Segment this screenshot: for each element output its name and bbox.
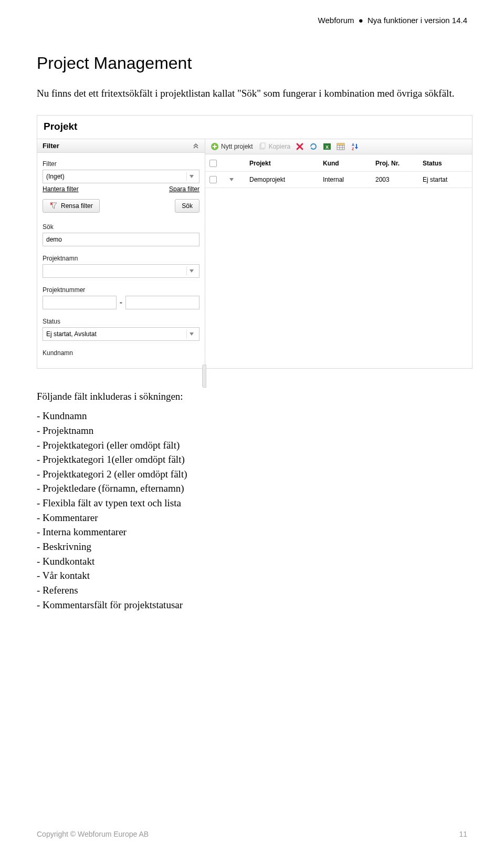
search-input[interactable] — [43, 233, 200, 246]
post-list-item: - Referens — [37, 584, 467, 597]
status-select[interactable]: Ej startat, Avslutat — [43, 327, 200, 341]
table-row[interactable]: Demoprojekt Internal 2003 Ej startat — [205, 172, 472, 188]
intro-paragraph: Nu finns det ett fritextsökfält i projek… — [37, 87, 467, 100]
footer-page: 11 — [459, 830, 467, 838]
sidebar-collapse-handle[interactable] — [202, 365, 206, 388]
status-label: Status — [43, 318, 200, 325]
doc-header: Webforum ● Nya funktioner i version 14.4 — [37, 16, 467, 25]
toolbar: Nytt projekt Kopiera — [205, 139, 472, 154]
row-kund: Internal — [319, 176, 371, 183]
page-title: Project Management — [37, 54, 467, 73]
post-list-item: - Kundkontakt — [37, 555, 467, 568]
row-projnr: 2003 — [371, 176, 418, 183]
row-status: Ej startat — [418, 176, 472, 183]
refresh-button[interactable] — [309, 142, 318, 151]
svg-rect-2 — [261, 143, 265, 148]
projectnumber-to-input[interactable] — [125, 296, 200, 309]
search-button[interactable]: Sök — [175, 199, 200, 213]
select-all-checkbox[interactable] — [209, 160, 217, 167]
columns-icon — [337, 142, 345, 151]
delete-button[interactable] — [296, 142, 304, 151]
funnel-clear-icon — [49, 202, 58, 210]
excel-icon: X — [323, 142, 331, 151]
post-list-item: - Kommentarsfält för projektstatusar — [37, 598, 467, 612]
search-label: Sök — [43, 223, 200, 231]
filter-select-value: (Inget) — [46, 173, 65, 180]
new-project-label: Nytt projekt — [221, 143, 253, 150]
table-header: Projekt Kund Proj. Nr. Status — [205, 154, 472, 172]
post-list-item: - Vår kontakt — [37, 569, 467, 582]
clear-filter-label: Rensa filter — [61, 202, 93, 210]
dropdown-icon — [186, 266, 196, 276]
svg-text:A: A — [352, 143, 354, 147]
post-lead: Följande fält inkluderas i sökningen: — [37, 390, 467, 403]
clear-filter-button[interactable]: Rensa filter — [43, 199, 100, 213]
filter-select[interactable]: (Inget) — [43, 170, 200, 183]
post-list: - Kundnamn- Projektnamn- Projektkategori… — [37, 409, 467, 611]
col-projnr[interactable]: Proj. Nr. — [371, 160, 418, 167]
col-projekt[interactable]: Projekt — [245, 160, 319, 167]
collapse-icon — [192, 142, 200, 149]
col-kund[interactable]: Kund — [319, 160, 371, 167]
post-text: Följande fält inkluderas i sökningen: - … — [37, 390, 467, 612]
projectnumber-label: Projektnummer — [43, 286, 200, 294]
svg-rect-6 — [337, 143, 344, 145]
header-rest: Nya funktioner i version 14.4 — [368, 16, 467, 25]
projectname-label: Projektnamn — [43, 255, 200, 262]
sort-az-icon: AZ — [350, 142, 359, 151]
svg-text:Z: Z — [352, 147, 354, 151]
filter-label: Filter — [43, 160, 200, 168]
filter-panel-label: Filter — [43, 142, 59, 150]
post-list-item: - Projektnamn — [37, 424, 467, 438]
footer-copyright: Copyright © Webforum Europe AB — [37, 830, 149, 838]
status-value: Ej startat, Avslutat — [46, 330, 97, 338]
copy-label: Kopiera — [269, 143, 290, 150]
footer: Copyright © Webforum Europe AB 11 — [37, 830, 467, 838]
post-list-item: - Projektkategori 1(eller omdöpt fält) — [37, 453, 467, 466]
post-list-item: - Flexibla fält av typen text och lista — [37, 496, 467, 510]
sidebar: Filter Filter (Inget) Hantera filter Spa… — [37, 139, 205, 368]
copy-button[interactable]: Kopiera — [258, 142, 290, 151]
post-list-item: - Projektledare (förnamn, efternamn) — [37, 482, 467, 495]
dropdown-icon — [186, 172, 196, 181]
kundnamn-label: Kundnamn — [43, 349, 200, 357]
range-separator: - — [120, 298, 122, 307]
export-excel-button[interactable]: X — [323, 142, 331, 151]
header-bullet: ● — [359, 16, 363, 25]
projectnumber-from-input[interactable] — [43, 296, 117, 309]
app-screenshot: Projekt Filter Filter (Inget) Hantera fi… — [37, 115, 472, 369]
post-list-item: - Interna kommentarer — [37, 525, 467, 539]
row-expand-icon[interactable] — [229, 178, 234, 181]
save-filter-link[interactable]: Spara filter — [169, 185, 200, 193]
projectname-select[interactable] — [43, 264, 200, 278]
delete-icon — [296, 142, 304, 151]
new-project-button[interactable]: Nytt projekt — [211, 142, 253, 151]
copy-icon — [258, 142, 267, 151]
post-list-item: - Kundnamn — [37, 409, 467, 423]
dropdown-icon — [186, 329, 196, 339]
app-title: Projekt — [37, 116, 472, 139]
manage-filter-link[interactable]: Hantera filter — [43, 185, 79, 193]
columns-button[interactable] — [337, 142, 345, 151]
col-status[interactable]: Status — [418, 160, 472, 167]
post-list-item: - Kommentarer — [37, 511, 467, 525]
filter-panel-header[interactable]: Filter — [37, 139, 205, 153]
post-list-item: - Projektkategori 2 (eller omdöpt fält) — [37, 467, 467, 481]
post-list-item: - Projektkategori (eller omdöpt fält) — [37, 439, 467, 452]
search-button-label: Sök — [182, 202, 193, 210]
refresh-icon — [309, 142, 318, 151]
post-list-item: - Beskrivning — [37, 540, 467, 554]
sort-button[interactable]: AZ — [350, 142, 359, 151]
row-projekt: Demoprojekt — [245, 176, 319, 183]
plus-icon — [211, 142, 219, 151]
svg-text:X: X — [326, 144, 329, 150]
main-panel: Nytt projekt Kopiera — [205, 139, 472, 368]
row-checkbox[interactable] — [209, 176, 217, 183]
header-brand: Webforum — [318, 16, 354, 25]
